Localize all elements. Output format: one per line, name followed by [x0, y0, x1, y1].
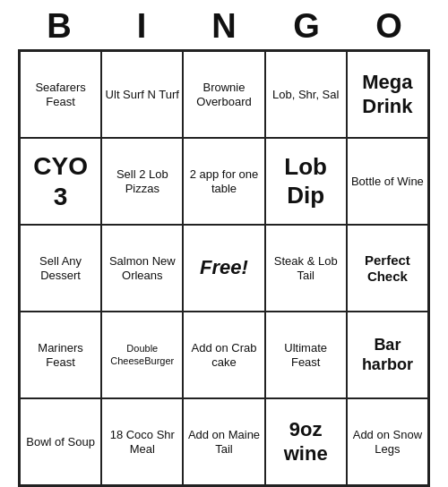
bingo-letter-g: G	[271, 7, 342, 46]
bingo-letter-i: I	[106, 7, 177, 46]
cell-r1-c3: Lob Dip	[265, 138, 347, 225]
cell-r1-c0: CYO 3	[20, 138, 101, 225]
cell-r1-c1: Sell 2 Lob Pizzas	[101, 138, 183, 225]
bingo-letter-o: O	[353, 7, 425, 46]
cell-r4-c4: Add on Snow Legs	[347, 398, 428, 485]
cell-r1-c2: 2 app for one table	[183, 138, 264, 225]
cell-r2-c4: Perfect Check	[347, 225, 428, 312]
cell-r1-c4: Bottle of Wine	[347, 138, 428, 225]
bingo-header: BINGO	[18, 0, 430, 49]
cell-r0-c0: Seafarers Feast	[20, 51, 101, 138]
cell-r0-c2: Brownie Overboard	[183, 51, 264, 138]
cell-r4-c3: 9oz wine	[265, 398, 347, 485]
cell-r0-c3: Lob, Shr, Sal	[265, 51, 347, 138]
cell-r3-c4: Bar harbor	[347, 312, 428, 398]
cell-r4-c1: 18 Coco Shr Meal	[101, 398, 183, 485]
cell-r2-c1: Salmon New Orleans	[101, 225, 183, 312]
cell-r3-c1: Double CheeseBurger	[101, 312, 183, 398]
cell-r0-c1: Ult Surf N Turf	[101, 51, 183, 138]
cell-r3-c2: Add on Crab cake	[183, 312, 264, 398]
bingo-letter-n: N	[188, 7, 260, 46]
cell-r3-c3: Ultimate Feast	[265, 312, 347, 398]
bingo-grid: Seafarers FeastUlt Surf N TurfBrownie Ov…	[18, 49, 430, 487]
cell-r4-c0: Bowl of Soup	[20, 398, 101, 485]
cell-r0-c4: Mega Drink	[347, 51, 428, 138]
cell-r2-c0: Sell Any Dessert	[20, 225, 101, 312]
cell-r3-c0: Mariners Feast	[20, 312, 101, 398]
bingo-letter-b: B	[23, 7, 95, 46]
cell-r4-c2: Add on Maine Tail	[183, 398, 264, 485]
cell-r2-c3: Steak & Lob Tail	[265, 225, 347, 312]
cell-r2-c2: Free!	[183, 225, 264, 312]
